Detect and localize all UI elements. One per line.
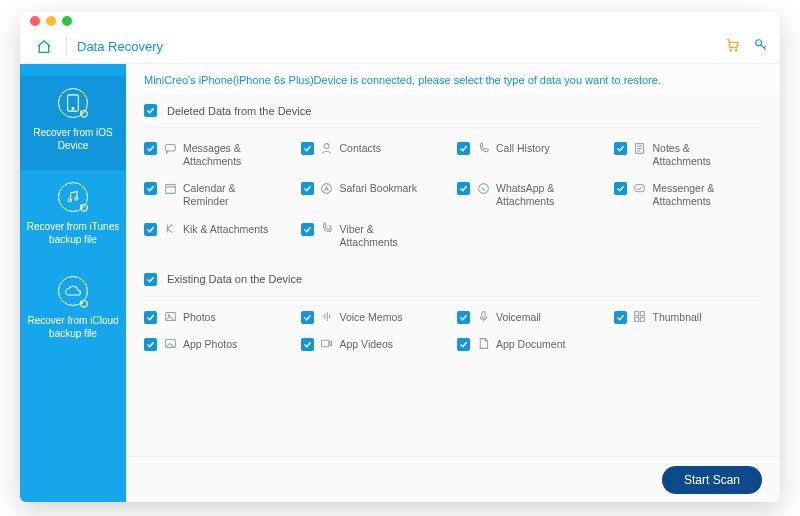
option-checkbox[interactable] (457, 142, 470, 155)
option-checkbox[interactable] (144, 182, 157, 195)
doc-icon (476, 337, 490, 351)
section-title: Deleted Data from the Device (167, 105, 311, 117)
sidebar-item-ios[interactable]: Recover from iOS Device (20, 76, 126, 170)
icloud-icon (58, 276, 88, 306)
option-label: App Videos (340, 338, 394, 351)
thumb-icon (633, 310, 647, 324)
svg-rect-18 (640, 312, 644, 316)
home-button[interactable] (32, 35, 56, 59)
calendar-icon (163, 181, 177, 195)
datatype-option[interactable]: Viber & Attachments (301, 223, 450, 249)
option-label: Calendar & Reminder (183, 182, 273, 208)
option-label: Safari Bookmark (340, 182, 418, 195)
itunes-icon (58, 182, 88, 212)
option-checkbox[interactable] (301, 223, 314, 236)
svg-point-5 (68, 199, 71, 202)
page-title: Data Recovery (77, 39, 163, 54)
option-label: Thumbnail (653, 311, 702, 324)
datatype-option[interactable]: Messenger & Attachments (614, 182, 763, 208)
footer-bar: Start Scan (126, 456, 780, 502)
option-label: Contacts (340, 142, 381, 155)
data-type-panel: Deleted Data from the DeviceMessages & A… (126, 94, 780, 456)
option-label: Call History (496, 142, 550, 155)
section-header[interactable]: Deleted Data from the Device (144, 94, 762, 128)
datatype-option[interactable]: App Videos (301, 338, 450, 351)
voice-icon (320, 310, 334, 324)
messenger-icon (633, 181, 647, 195)
start-scan-button[interactable]: Start Scan (662, 466, 762, 494)
datatype-option[interactable]: Voicemail (457, 311, 606, 324)
cart-icon[interactable] (724, 37, 740, 57)
option-label: Viber & Attachments (340, 223, 430, 249)
key-icon[interactable] (754, 38, 768, 56)
section-checkbox[interactable] (144, 273, 157, 286)
datatype-option[interactable]: Kik & Attachments (144, 223, 293, 249)
sidebar-item-icloud[interactable]: Recover from iCloud backup file (20, 264, 126, 358)
datatype-option[interactable]: Thumbnail (614, 311, 763, 324)
section-grid: PhotosVoice MemosVoicemailThumbnailApp P… (144, 297, 762, 365)
svg-rect-17 (635, 312, 639, 316)
svg-point-0 (730, 49, 731, 50)
window-controls (20, 12, 780, 30)
option-checkbox[interactable] (144, 338, 157, 351)
option-label: Photos (183, 311, 216, 324)
option-label: App Document (496, 338, 565, 351)
connection-banner: MiniCreo's iPhone(iPhone 6s Plus)Device … (126, 64, 780, 94)
option-label: Voicemail (496, 311, 541, 324)
notes-icon (633, 141, 647, 155)
photos2-icon (163, 337, 177, 351)
datatype-option[interactable]: App Photos (144, 338, 293, 351)
svg-rect-20 (640, 318, 644, 322)
svg-point-12 (478, 183, 488, 193)
section-header[interactable]: Existing Data on the Device (144, 263, 762, 297)
contact-icon (320, 141, 334, 155)
top-nav: Data Recovery (20, 30, 780, 64)
datatype-option[interactable]: Calendar & Reminder (144, 182, 293, 208)
option-checkbox[interactable] (457, 311, 470, 324)
option-checkbox[interactable] (144, 142, 157, 155)
datatype-option[interactable]: Photos (144, 311, 293, 324)
datatype-option[interactable]: Messages & Attachments (144, 142, 293, 168)
option-checkbox[interactable] (457, 182, 470, 195)
option-checkbox[interactable] (144, 311, 157, 324)
svg-rect-13 (635, 184, 645, 191)
datatype-option[interactable]: App Document (457, 338, 606, 351)
kik-icon (163, 222, 177, 236)
nav-divider (66, 38, 67, 56)
svg-point-8 (324, 143, 329, 148)
option-checkbox[interactable] (301, 182, 314, 195)
option-checkbox[interactable] (614, 182, 627, 195)
phone-icon (476, 141, 490, 155)
svg-rect-10 (165, 184, 175, 193)
option-checkbox[interactable] (457, 338, 470, 351)
datatype-option[interactable]: Voice Memos (301, 311, 450, 324)
datatype-option[interactable]: Call History (457, 142, 606, 168)
message-icon (163, 141, 177, 155)
option-checkbox[interactable] (301, 338, 314, 351)
datatype-option[interactable]: Safari Bookmark (301, 182, 450, 208)
sidebar-item-itunes[interactable]: Recover from iTunes backup file (20, 170, 126, 264)
maximize-window-button[interactable] (62, 16, 72, 26)
section-checkbox[interactable] (144, 104, 157, 117)
option-checkbox[interactable] (301, 311, 314, 324)
option-checkbox[interactable] (144, 223, 157, 236)
mic-icon (476, 310, 490, 324)
option-checkbox[interactable] (301, 142, 314, 155)
option-checkbox[interactable] (614, 311, 627, 324)
section-grid: Messages & AttachmentsContactsCall Histo… (144, 128, 762, 263)
svg-rect-16 (481, 312, 484, 319)
option-label: Voice Memos (340, 311, 403, 324)
svg-point-6 (75, 197, 78, 200)
option-checkbox[interactable] (614, 142, 627, 155)
sidebar-item-label: Recover from iTunes backup file (26, 220, 120, 246)
minimize-window-button[interactable] (46, 16, 56, 26)
option-label: Kik & Attachments (183, 223, 268, 236)
svg-point-2 (756, 39, 762, 45)
svg-rect-19 (635, 318, 639, 322)
datatype-option[interactable]: WhatsApp & Attachments (457, 182, 606, 208)
datatype-option[interactable]: Contacts (301, 142, 450, 168)
close-window-button[interactable] (30, 16, 40, 26)
datatype-option[interactable]: Notes & Attachments (614, 142, 763, 168)
section-title: Existing Data on the Device (167, 273, 302, 285)
option-label: Messenger & Attachments (653, 182, 743, 208)
